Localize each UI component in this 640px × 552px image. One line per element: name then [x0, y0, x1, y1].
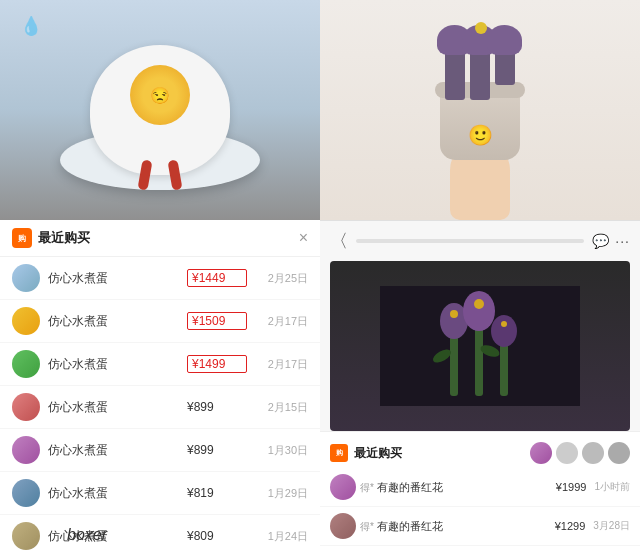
egg-leg-left	[137, 159, 152, 190]
right-panel: 🙂	[320, 0, 640, 552]
flower-yellow	[475, 22, 487, 34]
progress-bar	[356, 239, 584, 243]
item-date: 2月25日	[263, 271, 308, 286]
mini-flowers-scene	[330, 261, 630, 431]
mini-header: 〈 💬 ···	[320, 221, 640, 261]
item-name: 仿心水煮蛋	[48, 356, 187, 373]
egg-yolk: 😒	[130, 65, 190, 125]
flowers	[445, 40, 515, 100]
left-panel: 😒 💧 购 最近购买 ×	[0, 0, 320, 552]
purchase-item: 仿心水煮蛋 ¥819 1月29日	[0, 472, 320, 515]
flower-pot: 🙂	[440, 90, 520, 160]
item-avatar	[12, 522, 40, 550]
mini-item-product: 有趣的番红花	[377, 481, 443, 493]
mini-item-product: 有趣的番红花	[377, 520, 443, 532]
purchase-item: 仿心水煮蛋 ¥1499 2月17日	[0, 343, 320, 386]
item-price: ¥1449	[187, 269, 247, 287]
mini-badge: 购	[330, 444, 348, 462]
close-button[interactable]: ×	[299, 229, 308, 247]
item-date: 2月17日	[263, 314, 308, 329]
item-price: ¥1499	[187, 355, 247, 373]
item-avatar	[12, 393, 40, 421]
bottom-right: 〈 💬 ···	[320, 220, 640, 552]
item-name: 仿心水煮蛋	[48, 313, 187, 330]
mini-avatar-row	[530, 442, 630, 464]
panel-badge: 购	[12, 228, 32, 248]
mini-item-prefix: 得*	[360, 521, 374, 532]
mini-item-price: ¥1999	[556, 481, 587, 493]
mini-item-date: 3月28日	[593, 519, 630, 533]
item-price: ¥899	[187, 443, 247, 457]
mini-list: 得* 有趣的番红花 ¥1999 1小时前 得* 有趣的番红花 ¥1299 3月2…	[320, 468, 640, 546]
flower-head-3	[487, 25, 522, 55]
item-name: 仿心水煮蛋	[48, 442, 187, 459]
mini-item-prefix: 得*	[360, 482, 374, 493]
item-price: ¥819	[187, 486, 247, 500]
wechat-icon: 💬	[592, 233, 609, 249]
panel-title: 最近购买	[38, 229, 90, 247]
mini-av-4	[608, 442, 630, 464]
mini-av-1	[530, 442, 552, 464]
item-price: ¥899	[187, 400, 247, 414]
egg-legs	[140, 160, 180, 190]
flower-scene: 🙂	[320, 0, 640, 220]
more-dots[interactable]: ···	[615, 233, 630, 249]
mini-av-3	[582, 442, 604, 464]
mini-purchase-item: 得* 有趣的番红花 ¥1299 3月28日	[320, 507, 640, 546]
flower-3	[495, 40, 515, 85]
purchase-item: 仿心水煮蛋 ¥809 1月24日	[0, 515, 320, 552]
panel-header: 购 最近购买 ×	[0, 220, 320, 257]
mini-item-avatar	[330, 474, 356, 500]
item-date: 1月29日	[263, 486, 308, 501]
mini-panel-header: 购 最近购买	[320, 438, 640, 468]
back-button[interactable]: 〈	[330, 229, 348, 253]
item-avatar	[12, 307, 40, 335]
item-avatar	[12, 436, 40, 464]
mini-item-avatar	[330, 513, 356, 539]
item-price: ¥1509	[187, 312, 247, 330]
pot-face: 🙂	[468, 123, 493, 147]
svg-point-9	[501, 321, 507, 327]
purchase-item: 仿心水煮蛋 ¥1509 2月17日	[0, 300, 320, 343]
mini-purchase-panel: 购 最近购买 得* 有趣的番红花 ¥1999 1小时前	[320, 431, 640, 552]
mini-av-2	[556, 442, 578, 464]
svg-point-8	[474, 299, 484, 309]
bottom-label: boxer	[67, 526, 107, 544]
item-date: 2月15日	[263, 400, 308, 415]
mini-item-price: ¥1299	[555, 520, 586, 532]
purchase-list: 仿心水煮蛋 ¥1449 2月25日 仿心水煮蛋 ¥1509 2月17日 仿心水煮…	[0, 257, 320, 552]
item-name: 仿心水煮蛋	[48, 485, 187, 502]
item-name: 仿心水煮蛋	[48, 270, 187, 287]
purchase-item: 仿心水煮蛋 ¥899 1月30日	[0, 429, 320, 472]
item-price: ¥809	[187, 529, 247, 543]
mini-panel-title: 最近购买	[354, 445, 402, 462]
item-date: 2月17日	[263, 357, 308, 372]
egg-scene: 😒 💧	[0, 0, 320, 220]
top-image-right: 🙂	[320, 0, 640, 220]
mini-flower-svg	[380, 286, 580, 406]
egg-white: 😒	[90, 45, 230, 175]
item-date: 1月24日	[263, 529, 308, 544]
item-name: 仿心水煮蛋	[48, 399, 187, 416]
water-drop: 💧	[20, 15, 42, 37]
svg-point-7	[450, 310, 458, 318]
item-date: 1月30日	[263, 443, 308, 458]
purchase-item: 仿心水煮蛋 ¥899 2月15日	[0, 386, 320, 429]
purchase-item: 仿心水煮蛋 ¥1449 2月25日	[0, 257, 320, 300]
item-avatar	[12, 264, 40, 292]
mini-item-info: 得* 有趣的番红花	[360, 480, 556, 495]
mini-product-image	[330, 261, 630, 431]
top-image-left: 😒 💧	[0, 0, 320, 220]
mini-item-info: 得* 有趣的番红花	[360, 519, 555, 534]
svg-point-6	[491, 315, 517, 347]
item-avatar	[12, 479, 40, 507]
mini-purchase-item: 得* 有趣的番红花 ¥1999 1小时前	[320, 468, 640, 507]
svg-point-5	[463, 291, 495, 331]
item-avatar	[12, 350, 40, 378]
purchase-panel: 购 最近购买 × 仿心水煮蛋 ¥1449 2月25日 仿心水煮蛋 ¥1509 2…	[0, 220, 320, 552]
mini-item-date: 1小时前	[594, 480, 630, 494]
main-container: 😒 💧 购 最近购买 ×	[0, 0, 640, 552]
